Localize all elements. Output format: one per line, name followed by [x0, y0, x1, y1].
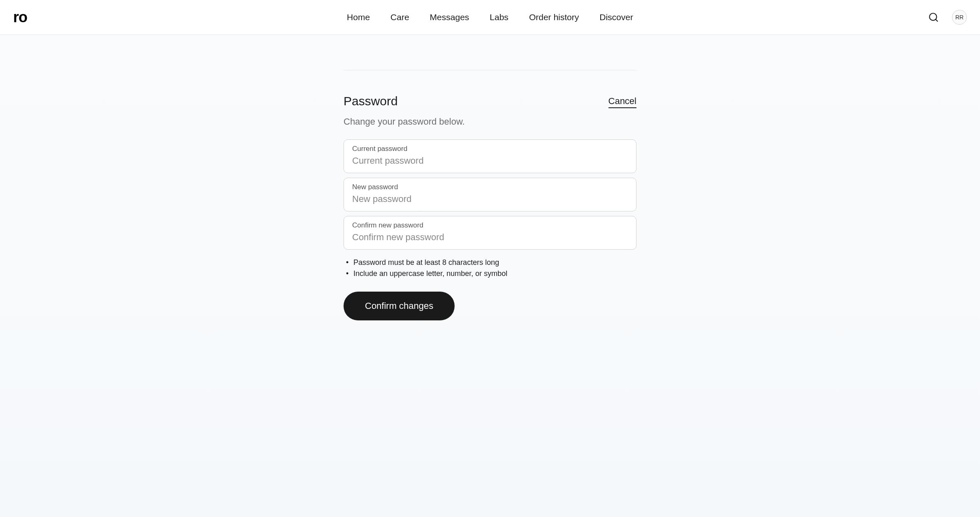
new-password-wrapper: New password	[344, 178, 636, 211]
logo[interactable]: ro	[13, 9, 27, 26]
search-icon[interactable]	[928, 12, 939, 23]
current-password-label: Current password	[352, 145, 628, 153]
nav-care[interactable]: Care	[390, 12, 409, 22]
cancel-button[interactable]: Cancel	[608, 96, 636, 108]
nav-discover[interactable]: Discover	[599, 12, 633, 22]
nav-home[interactable]: Home	[347, 12, 370, 22]
section-subtitle: Change your password below.	[344, 116, 636, 127]
nav-labs[interactable]: Labs	[490, 12, 509, 22]
section-header: Password Cancel	[344, 94, 636, 108]
confirm-password-label: Confirm new password	[352, 221, 628, 230]
new-password-input[interactable]	[352, 194, 628, 204]
current-password-group: Current password	[344, 139, 636, 173]
current-password-input[interactable]	[352, 155, 628, 166]
confirm-changes-button[interactable]: Confirm changes	[344, 292, 455, 320]
main-header: ro Home Care Messages Labs Order history…	[0, 0, 980, 35]
divider	[344, 70, 636, 70]
password-requirements: Password must be at least 8 characters l…	[344, 257, 636, 279]
requirement-item: Password must be at least 8 characters l…	[346, 257, 636, 268]
avatar[interactable]: RR	[952, 10, 967, 25]
confirm-password-group: Confirm new password	[344, 216, 636, 250]
nav-order-history[interactable]: Order history	[529, 12, 579, 22]
current-password-wrapper: Current password	[344, 139, 636, 173]
main-nav: Home Care Messages Labs Order history Di…	[347, 12, 633, 22]
confirm-password-wrapper: Confirm new password	[344, 216, 636, 250]
new-password-group: New password	[344, 178, 636, 211]
confirm-password-input[interactable]	[352, 232, 628, 243]
section-title: Password	[344, 94, 398, 108]
nav-messages[interactable]: Messages	[430, 12, 469, 22]
main-content: Password Cancel Change your password bel…	[0, 35, 980, 517]
requirement-item: Include an uppercase letter, number, or …	[346, 268, 636, 279]
svg-line-1	[936, 19, 938, 21]
header-actions: RR	[928, 10, 967, 25]
password-form-container: Password Cancel Change your password bel…	[344, 70, 636, 320]
new-password-label: New password	[352, 183, 628, 191]
